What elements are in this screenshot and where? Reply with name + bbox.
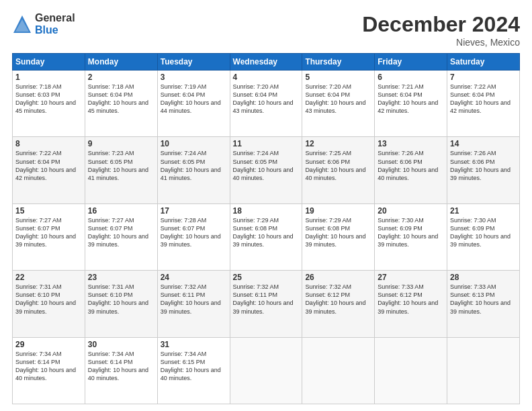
day-number: 11 bbox=[233, 139, 300, 148]
calendar-cell: 6Sunrise: 7:21 AMSunset: 6:04 PMDaylight… bbox=[375, 71, 447, 137]
day-number: 22 bbox=[15, 273, 82, 282]
day-number: 24 bbox=[161, 273, 227, 282]
day-number: 16 bbox=[88, 206, 154, 216]
day-number: 8 bbox=[15, 139, 82, 148]
day-info: Sunrise: 7:34 AMSunset: 6:15 PMDaylight:… bbox=[161, 350, 227, 383]
calendar-cell bbox=[447, 337, 520, 404]
day-number: 20 bbox=[378, 206, 444, 216]
calendar-week: 8Sunrise: 7:22 AMSunset: 6:04 PMDaylight… bbox=[13, 137, 520, 203]
day-number: 26 bbox=[305, 273, 371, 282]
day-info: Sunrise: 7:29 AMSunset: 6:08 PMDaylight:… bbox=[233, 216, 300, 249]
calendar-cell: 31Sunrise: 7:34 AMSunset: 6:15 PMDayligh… bbox=[157, 337, 230, 404]
day-number: 18 bbox=[233, 206, 300, 216]
day-number: 25 bbox=[233, 273, 300, 282]
weekday-header: Sunday bbox=[13, 54, 85, 71]
calendar-cell bbox=[375, 337, 447, 404]
day-number: 19 bbox=[305, 206, 371, 216]
calendar-cell: 16Sunrise: 7:27 AMSunset: 6:07 PMDayligh… bbox=[85, 203, 157, 270]
day-info: Sunrise: 7:27 AMSunset: 6:07 PMDaylight:… bbox=[15, 216, 82, 249]
calendar-cell: 22Sunrise: 7:31 AMSunset: 6:10 PMDayligh… bbox=[13, 271, 85, 337]
calendar-cell: 26Sunrise: 7:32 AMSunset: 6:12 PMDayligh… bbox=[302, 271, 375, 337]
calendar-cell: 10Sunrise: 7:24 AMSunset: 6:05 PMDayligh… bbox=[157, 137, 230, 203]
logo-blue: Blue bbox=[35, 24, 75, 36]
day-info: Sunrise: 7:32 AMSunset: 6:11 PMDaylight:… bbox=[161, 283, 227, 316]
day-info: Sunrise: 7:19 AMSunset: 6:04 PMDaylight:… bbox=[161, 83, 227, 116]
day-info: Sunrise: 7:25 AMSunset: 6:06 PMDaylight:… bbox=[305, 149, 371, 182]
month-title: December 2024 bbox=[362, 12, 520, 37]
day-info: Sunrise: 7:26 AMSunset: 6:06 PMDaylight:… bbox=[378, 149, 444, 182]
calendar-cell: 19Sunrise: 7:29 AMSunset: 6:08 PMDayligh… bbox=[302, 203, 375, 270]
day-number: 2 bbox=[88, 73, 154, 82]
weekday-header: Wednesday bbox=[230, 54, 302, 71]
day-number: 17 bbox=[161, 206, 227, 216]
calendar-cell: 8Sunrise: 7:22 AMSunset: 6:04 PMDaylight… bbox=[13, 137, 85, 203]
day-info: Sunrise: 7:24 AMSunset: 6:05 PMDaylight:… bbox=[161, 149, 227, 182]
day-info: Sunrise: 7:30 AMSunset: 6:09 PMDaylight:… bbox=[378, 216, 444, 249]
day-info: Sunrise: 7:34 AMSunset: 6:14 PMDaylight:… bbox=[15, 350, 82, 383]
day-number: 27 bbox=[378, 273, 444, 282]
calendar-cell: 28Sunrise: 7:33 AMSunset: 6:13 PMDayligh… bbox=[447, 271, 520, 337]
calendar-cell: 5Sunrise: 7:20 AMSunset: 6:04 PMDaylight… bbox=[302, 71, 375, 137]
location: Nieves, Mexico bbox=[362, 37, 520, 48]
day-number: 6 bbox=[378, 73, 444, 82]
calendar-cell: 2Sunrise: 7:18 AMSunset: 6:04 PMDaylight… bbox=[85, 71, 157, 137]
calendar-week: 22Sunrise: 7:31 AMSunset: 6:10 PMDayligh… bbox=[13, 271, 520, 337]
day-number: 9 bbox=[88, 139, 154, 148]
day-number: 29 bbox=[15, 340, 82, 349]
day-number: 31 bbox=[161, 340, 227, 349]
calendar-cell: 25Sunrise: 7:32 AMSunset: 6:11 PMDayligh… bbox=[230, 271, 302, 337]
calendar-cell: 3Sunrise: 7:19 AMSunset: 6:04 PMDaylight… bbox=[157, 71, 230, 137]
day-info: Sunrise: 7:30 AMSunset: 6:09 PMDaylight:… bbox=[450, 216, 517, 249]
weekday-header: Thursday bbox=[302, 54, 375, 71]
day-info: Sunrise: 7:34 AMSunset: 6:14 PMDaylight:… bbox=[88, 350, 154, 383]
calendar-cell: 14Sunrise: 7:26 AMSunset: 6:06 PMDayligh… bbox=[447, 137, 520, 203]
weekday-header: Tuesday bbox=[157, 54, 230, 71]
weekday-header: Friday bbox=[375, 54, 447, 71]
day-number: 5 bbox=[305, 73, 371, 82]
day-info: Sunrise: 7:21 AMSunset: 6:04 PMDaylight:… bbox=[378, 83, 444, 116]
day-info: Sunrise: 7:18 AMSunset: 6:03 PMDaylight:… bbox=[15, 83, 82, 116]
logo: General Blue bbox=[12, 12, 75, 36]
calendar-cell: 24Sunrise: 7:32 AMSunset: 6:11 PMDayligh… bbox=[157, 271, 230, 337]
day-number: 12 bbox=[305, 139, 371, 148]
calendar-cell: 15Sunrise: 7:27 AMSunset: 6:07 PMDayligh… bbox=[13, 203, 85, 270]
calendar-week: 1Sunrise: 7:18 AMSunset: 6:03 PMDaylight… bbox=[13, 71, 520, 137]
calendar-cell: 18Sunrise: 7:29 AMSunset: 6:08 PMDayligh… bbox=[230, 203, 302, 270]
day-number: 30 bbox=[88, 340, 154, 349]
calendar-cell: 21Sunrise: 7:30 AMSunset: 6:09 PMDayligh… bbox=[447, 203, 520, 270]
title-block: December 2024 Nieves, Mexico bbox=[362, 12, 520, 48]
day-number: 7 bbox=[450, 73, 517, 82]
day-info: Sunrise: 7:29 AMSunset: 6:08 PMDaylight:… bbox=[305, 216, 371, 249]
calendar-cell: 11Sunrise: 7:24 AMSunset: 6:05 PMDayligh… bbox=[230, 137, 302, 203]
calendar-week: 15Sunrise: 7:27 AMSunset: 6:07 PMDayligh… bbox=[13, 203, 520, 270]
calendar-cell: 4Sunrise: 7:20 AMSunset: 6:04 PMDaylight… bbox=[230, 71, 302, 137]
day-info: Sunrise: 7:31 AMSunset: 6:10 PMDaylight:… bbox=[15, 283, 82, 316]
calendar-cell: 12Sunrise: 7:25 AMSunset: 6:06 PMDayligh… bbox=[302, 137, 375, 203]
day-number: 13 bbox=[378, 139, 444, 148]
header-row: SundayMondayTuesdayWednesdayThursdayFrid… bbox=[13, 54, 520, 71]
day-number: 14 bbox=[450, 139, 517, 148]
calendar-cell: 7Sunrise: 7:22 AMSunset: 6:04 PMDaylight… bbox=[447, 71, 520, 137]
weekday-header: Saturday bbox=[447, 54, 520, 71]
calendar-cell bbox=[302, 337, 375, 404]
day-info: Sunrise: 7:24 AMSunset: 6:05 PMDaylight:… bbox=[233, 149, 300, 182]
logo-icon bbox=[12, 14, 32, 34]
day-info: Sunrise: 7:27 AMSunset: 6:07 PMDaylight:… bbox=[88, 216, 154, 249]
day-info: Sunrise: 7:23 AMSunset: 6:05 PMDaylight:… bbox=[88, 149, 154, 182]
page: General Blue December 2024 Nieves, Mexic… bbox=[0, 0, 532, 411]
day-info: Sunrise: 7:20 AMSunset: 6:04 PMDaylight:… bbox=[305, 83, 371, 116]
calendar-header: SundayMondayTuesdayWednesdayThursdayFrid… bbox=[13, 54, 520, 71]
calendar-cell: 9Sunrise: 7:23 AMSunset: 6:05 PMDaylight… bbox=[85, 137, 157, 203]
day-number: 4 bbox=[233, 73, 300, 82]
calendar-body: 1Sunrise: 7:18 AMSunset: 6:03 PMDaylight… bbox=[13, 71, 520, 404]
calendar-cell: 17Sunrise: 7:28 AMSunset: 6:07 PMDayligh… bbox=[157, 203, 230, 270]
header: General Blue December 2024 Nieves, Mexic… bbox=[12, 12, 520, 48]
calendar-week: 29Sunrise: 7:34 AMSunset: 6:14 PMDayligh… bbox=[13, 337, 520, 404]
calendar-cell: 23Sunrise: 7:31 AMSunset: 6:10 PMDayligh… bbox=[85, 271, 157, 337]
day-info: Sunrise: 7:28 AMSunset: 6:07 PMDaylight:… bbox=[161, 216, 227, 249]
day-info: Sunrise: 7:33 AMSunset: 6:12 PMDaylight:… bbox=[378, 283, 444, 316]
logo-general: General bbox=[35, 12, 75, 24]
logo-text: General Blue bbox=[35, 12, 75, 36]
calendar-table: SundayMondayTuesdayWednesdayThursdayFrid… bbox=[12, 53, 520, 404]
day-number: 3 bbox=[161, 73, 227, 82]
